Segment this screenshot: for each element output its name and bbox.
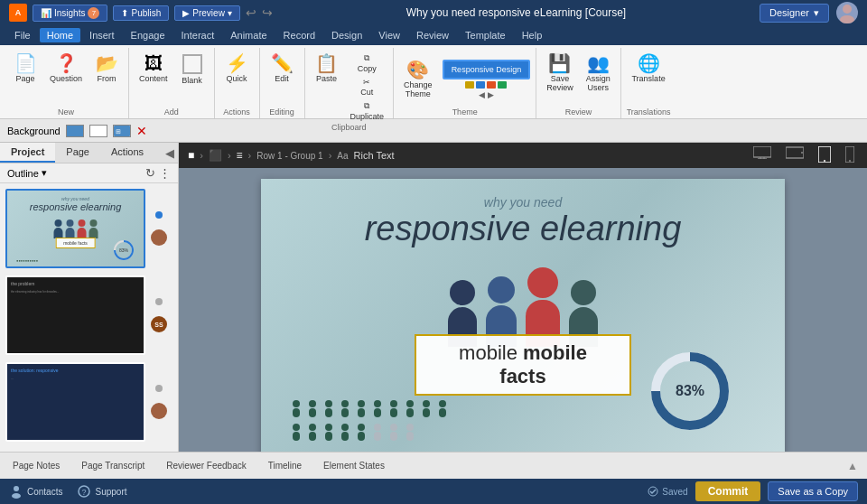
svg-point-42 (341, 424, 349, 431)
bottom-icons (288, 399, 451, 443)
sidebar-collapse[interactable]: ◀ (165, 143, 178, 163)
slide-thumb-3[interactable]: the solution: responsive ... (5, 362, 145, 442)
edit-button[interactable]: ✏️ Edit (266, 51, 298, 86)
save-as-copy-button[interactable]: Save as a Copy (768, 481, 858, 501)
menu-review[interactable]: Review (409, 28, 456, 42)
designer-button[interactable]: Designer ▾ (760, 4, 829, 23)
timeline-tab[interactable]: Timeline (265, 459, 305, 472)
menu-bar: File Home Insert Engage Interact Animate… (0, 25, 867, 45)
background-label: Background (7, 126, 61, 136)
menu-record[interactable]: Record (276, 28, 322, 42)
scroll-up-button[interactable]: ▲ (847, 460, 858, 472)
menu-home[interactable]: Home (40, 28, 80, 42)
menu-view[interactable]: View (371, 28, 407, 42)
breadcrumb-grid-icon[interactable]: ≡ (237, 149, 243, 162)
svg-point-34 (439, 400, 446, 407)
slide-item-3[interactable]: the solution: responsive ... · (5, 362, 172, 442)
paste-button[interactable]: 📋 Paste (311, 51, 343, 86)
assign-users-button[interactable]: 👥 AssignUsers (582, 51, 615, 95)
slide-title-main[interactable]: responsive elearning (365, 210, 682, 248)
add-content-button[interactable]: 🖼 Content (135, 51, 172, 86)
breadcrumb-row-group[interactable]: Row 1 - Group 1 (256, 151, 322, 161)
title-right: Designer ▾ (760, 2, 858, 23)
svg-text:?: ? (82, 488, 87, 497)
background-preview[interactable]: ⊞ (113, 125, 131, 137)
mobile-facts-bold: mobile facts (499, 341, 587, 387)
svg-point-56 (12, 493, 21, 499)
breadcrumb-square-icon[interactable]: ■ (188, 149, 194, 162)
bottom-bar: Page Notes Page Transcript Reviewer Feed… (0, 452, 867, 479)
paste-icon: 📋 (315, 54, 338, 72)
slide-item-2[interactable]: the problem the elearning industry has f… (5, 275, 172, 355)
mobile-view-button[interactable] (842, 145, 858, 167)
app-icon: A (9, 4, 27, 22)
contacts-button[interactable]: Contacts (9, 484, 62, 499)
slide-thumb-2[interactable]: the problem the elearning industry has f… (5, 275, 145, 355)
theme-icon: 🎨 (406, 61, 429, 79)
insights-button[interactable]: 📊 Insights 7 (33, 5, 107, 22)
breadcrumb-rich-text[interactable]: Rich Text (354, 150, 395, 161)
menu-animate[interactable]: Animate (223, 28, 274, 42)
menu-interact[interactable]: Interact (174, 28, 222, 42)
slide-meta-3: · (151, 385, 167, 419)
publish-button[interactable]: ⬆ Publish (113, 5, 169, 21)
svg-rect-41 (325, 432, 332, 441)
theme-swatch-blue (476, 81, 485, 89)
ribbon-group-translations: 🌐 Translate Translations (621, 48, 676, 118)
slide-thumb-1[interactable]: why you need responsive elearning (5, 189, 145, 268)
new-question-button[interactable]: ❓ Question (45, 51, 87, 86)
new-page-button[interactable]: 📄 Page (9, 51, 42, 86)
new-from-button[interactable]: 📂 From (90, 51, 123, 86)
menu-design[interactable]: Design (324, 28, 369, 42)
mobile-facts-box[interactable]: mobile mobile facts (415, 334, 631, 396)
translate-button[interactable]: 🌐 Translate (627, 51, 669, 86)
preview-button[interactable]: ▶ Preview ▾ (174, 5, 240, 21)
tab-project[interactable]: Project (0, 143, 55, 163)
page-notes-tab[interactable]: Page Notes (9, 459, 63, 472)
tablet-portrait-view-button[interactable] (815, 145, 834, 167)
menu-insert[interactable]: Insert (82, 28, 122, 42)
menu-template[interactable]: Template (458, 28, 513, 42)
slide-meta-2: SS (151, 298, 167, 332)
cut-button[interactable]: ✂Cut (347, 76, 388, 98)
page-transcript-tab[interactable]: Page Transcript (78, 459, 148, 472)
outline-dropdown[interactable]: Outline ▾ (7, 167, 47, 179)
refresh-icon[interactable]: ↻ (145, 166, 155, 180)
save-review-button[interactable]: 💾 SaveReview (542, 51, 578, 95)
tab-page[interactable]: Page (55, 143, 100, 163)
status-left: Contacts ? Support (9, 484, 127, 499)
add-blank-button[interactable]: Blank (176, 51, 209, 88)
breadcrumb-bar: ■ › ⬛ › ≡ › Row 1 - Group 1 › Aa Rich Te… (179, 143, 867, 168)
svg-rect-51 (406, 432, 414, 441)
duplicate-button[interactable]: ⧉Duplicate (347, 99, 388, 123)
support-button[interactable]: ? Support (77, 484, 126, 499)
responsive-design-button[interactable]: Responsive Design (443, 60, 531, 79)
sidebar: Project Page Actions ◀ Outline ▾ ↻ ⋮ why (0, 143, 179, 452)
user-avatar[interactable] (836, 2, 858, 23)
svg-point-55 (14, 486, 19, 491)
background-white-swatch[interactable] (89, 125, 107, 137)
element-states-tab[interactable]: Element States (320, 459, 388, 472)
menu-engage[interactable]: Engage (124, 28, 172, 42)
menu-file[interactable]: File (7, 28, 38, 42)
undo-icon[interactable]: ↩ (246, 5, 256, 20)
commit-button[interactable]: Commit (695, 481, 761, 501)
breadcrumb-block-icon[interactable]: ⬛ (209, 149, 222, 162)
quick-button[interactable]: ⚡ Quick (220, 51, 253, 86)
menu-help[interactable]: Help (515, 28, 550, 42)
more-options-icon[interactable]: ⋮ (159, 166, 171, 180)
delete-background-button[interactable]: ✕ (136, 124, 147, 138)
status-bar: Contacts ? Support Saved Commit Save as … (0, 479, 867, 504)
slide-item-1[interactable]: why you need responsive elearning (5, 189, 172, 268)
change-theme-button[interactable]: 🎨 ChangeTheme (399, 58, 437, 101)
tablet-landscape-view-button[interactable] (782, 145, 807, 167)
background-color-swatch[interactable] (66, 125, 84, 137)
redo-icon[interactable]: ↪ (262, 5, 273, 20)
copy-button[interactable]: ⧉Copy (347, 51, 388, 75)
svg-rect-31 (406, 408, 414, 417)
tab-actions[interactable]: Actions (100, 143, 154, 163)
desktop-view-button[interactable] (750, 145, 775, 167)
reviewer-feedback-tab[interactable]: Reviewer Feedback (163, 459, 249, 472)
svg-point-24 (358, 400, 365, 407)
svg-point-50 (406, 424, 414, 431)
